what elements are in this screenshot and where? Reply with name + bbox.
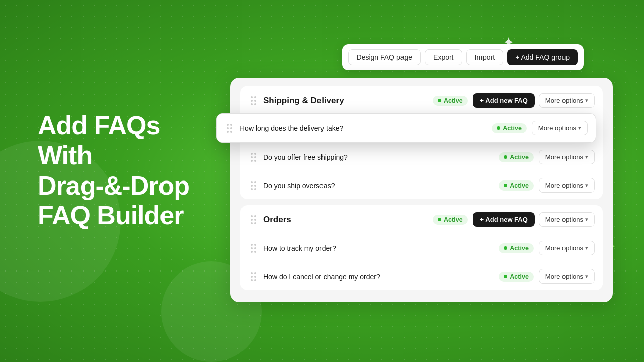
main-panel: Shipping & Delivery Active + Add new FAQ… <box>230 78 613 302</box>
import-button[interactable]: Import <box>466 49 504 65</box>
faq-items-shipping: Do you offer free shipping? Active More … <box>240 143 603 199</box>
faq-question-2: Do you ship overseas? <box>263 182 494 190</box>
faq-status-4: Active <box>499 272 534 282</box>
more-options-faq-1-button[interactable]: More options ▾ <box>539 150 595 164</box>
drag-handle-faq-3[interactable] <box>249 243 258 254</box>
design-faq-page-button[interactable]: Design FAQ page <box>348 49 421 65</box>
drag-handle-orders[interactable] <box>249 214 258 225</box>
dragging-faq-card: How long does the delivery take? Active … <box>216 113 596 143</box>
more-options-shipping-button[interactable]: More options ▾ <box>539 93 595 108</box>
chevron-down-icon: ▾ <box>585 97 588 104</box>
chevron-down-icon: ▾ <box>585 273 588 280</box>
group-actions-shipping: + Add new FAQ More options ▾ <box>473 93 595 108</box>
faq-item: Do you offer free shipping? Active More … <box>240 143 603 171</box>
more-options-faq-2-button[interactable]: More options ▾ <box>539 178 595 193</box>
more-options-faq-3-button[interactable]: More options ▾ <box>539 241 595 255</box>
group-status-orders: Active <box>433 215 468 225</box>
group-title-shipping: Shipping & Delivery <box>263 96 428 106</box>
faq-question-1: Do you offer free shipping? <box>263 153 494 161</box>
dragging-question: How long does the delivery take? <box>239 124 487 132</box>
chevron-down-icon: ▾ <box>585 216 588 223</box>
chevron-down-icon: ▾ <box>585 154 588 160</box>
drag-handle-shipping[interactable] <box>249 95 258 106</box>
top-action-bar: Design FAQ page Export Import + Add FAQ … <box>342 44 584 70</box>
faq-status-1: Active <box>499 152 534 162</box>
faq-item: How do I cancel or change my order? Acti… <box>240 262 603 290</box>
chevron-down-icon: ▾ <box>578 125 581 131</box>
faq-items-orders: How to track my order? Active More optio… <box>240 234 603 290</box>
faq-group-orders: Orders Active + Add new FAQ More options… <box>240 205 603 290</box>
add-faq-group-button[interactable]: + Add FAQ group <box>507 49 578 65</box>
drag-handle-faq-2[interactable] <box>249 180 258 191</box>
export-button[interactable]: Export <box>425 49 462 65</box>
group-status-shipping: Active <box>433 96 468 106</box>
chevron-down-icon: ▾ <box>585 245 588 251</box>
faq-question-4: How do I cancel or change my order? <box>263 273 494 281</box>
faq-item: Do you ship overseas? Active More option… <box>240 171 603 199</box>
drag-handle-faq-1[interactable] <box>249 152 258 163</box>
faq-status-3: Active <box>499 243 534 253</box>
group-actions-orders: + Add new FAQ More options ▾ <box>473 212 595 227</box>
faq-question-3: How to track my order? <box>263 244 494 252</box>
drag-handle-dragging[interactable] <box>225 123 234 134</box>
more-options-orders-button[interactable]: More options ▾ <box>539 212 595 227</box>
hero-text: Add FAQs With Drag-&-Drop FAQ Builder <box>38 111 189 231</box>
faq-item: How to track my order? Active More optio… <box>240 234 603 262</box>
more-options-faq-4-button[interactable]: More options ▾ <box>539 269 595 284</box>
add-new-faq-orders-button[interactable]: + Add new FAQ <box>473 212 535 227</box>
drag-handle-faq-4[interactable] <box>249 271 258 282</box>
group-title-orders: Orders <box>263 215 428 225</box>
chevron-down-icon: ▾ <box>585 182 588 189</box>
dragging-status: Active <box>492 123 527 133</box>
faq-status-2: Active <box>499 180 534 191</box>
status-dot-shipping <box>438 99 441 102</box>
more-options-dragging-button[interactable]: More options ▾ <box>532 121 588 135</box>
add-new-faq-shipping-button[interactable]: + Add new FAQ <box>473 93 535 108</box>
